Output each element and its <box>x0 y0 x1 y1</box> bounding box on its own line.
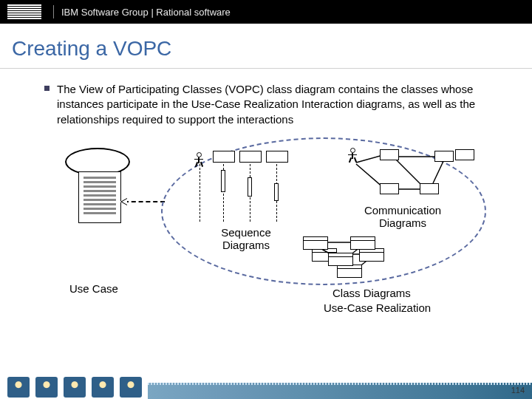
header-title: IBM Software Group | Rational software <box>61 7 231 18</box>
realization-arrow-line <box>124 201 165 202</box>
usecase-label: Use Case <box>69 282 118 295</box>
content-body: The View of Participating Classes (VOPC)… <box>0 69 532 127</box>
footer-figure-icons <box>0 377 148 399</box>
svg-line-5 <box>433 158 445 183</box>
sequence-diagram-icon <box>200 151 303 222</box>
bullet-item: The View of Participating Classes (VOPC)… <box>44 82 510 127</box>
bullet-text: The View of Participating Classes (VOPC)… <box>57 82 510 127</box>
classdiagram-label: Class Diagrams <box>332 287 411 299</box>
svg-line-0 <box>356 155 383 163</box>
slide-title: Creating a VOPC <box>0 24 532 62</box>
header-divider <box>53 5 54 18</box>
diagram-area: Use Case Sequence Diagrams <box>37 137 495 330</box>
svg-line-2 <box>393 157 421 185</box>
ibm-logo-icon <box>7 4 41 20</box>
footer-bar <box>0 375 532 399</box>
realization-arrow-head-icon <box>120 197 127 206</box>
bullet-square-icon <box>44 86 50 91</box>
page-number: 114 <box>511 386 525 395</box>
communication-label: Communication Diagrams <box>355 204 451 229</box>
footer-gradient-strip <box>148 383 532 399</box>
header-bar: IBM Software Group | Rational software <box>0 0 532 24</box>
usecase-realization-label: Use-Case Realization <box>324 301 431 314</box>
sequence-label: Sequence Diagrams <box>213 226 279 251</box>
usecase-document-icon <box>78 171 121 223</box>
